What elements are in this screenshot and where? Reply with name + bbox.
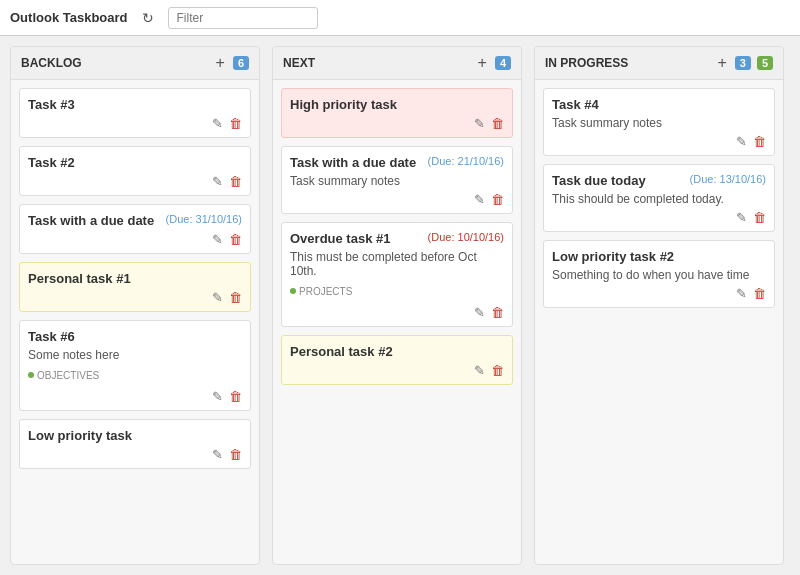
card-notes: Task summary notes [552,116,766,130]
column-title-inprogress: IN PROGRESS [545,56,709,70]
card-due: (Due: 13/10/16) [690,173,766,185]
inprogress-badge2: 5 [757,56,773,70]
card-title-row: Task with a due date(Due: 21/10/16) [290,155,504,170]
card-due: (Due: 31/10/16) [166,213,242,225]
add-card-button-inprogress[interactable]: + [715,55,728,71]
card-title-row: High priority task [290,97,504,112]
card-notes: This must be completed before Oct 10th. [290,250,504,278]
edit-card-button[interactable]: ✎ [474,192,485,207]
delete-card-button[interactable]: 🗑 [229,174,242,189]
card-notes: This should be completed today. [552,192,766,206]
card-actions: ✎🗑 [552,286,766,301]
add-card-button-backlog[interactable]: + [214,55,227,71]
edit-card-button[interactable]: ✎ [474,363,485,378]
delete-card-button[interactable]: 🗑 [753,210,766,225]
card-title: Task with a due date [28,213,154,228]
filter-input[interactable] [168,7,318,29]
delete-card-button[interactable]: 🗑 [753,134,766,149]
edit-card-button[interactable]: ✎ [212,290,223,305]
tag-dot-icon [28,372,34,378]
delete-card-button[interactable]: 🗑 [491,192,504,207]
card-personal2: Personal task #2✎🗑 [281,335,513,385]
edit-card-button[interactable]: ✎ [736,134,747,149]
card-task6: Task #6Some notes hereOBJECTIVES✎🗑 [19,320,251,411]
edit-card-button[interactable]: ✎ [212,232,223,247]
tag-dot-icon [290,288,296,294]
card-title-row: Task #6 [28,329,242,344]
delete-card-button[interactable]: 🗑 [753,286,766,301]
delete-card-button[interactable]: 🗑 [491,363,504,378]
card-notes: Task summary notes [290,174,504,188]
edit-card-button[interactable]: ✎ [474,116,485,131]
inprogress-badge1: 3 [735,56,751,70]
card-actions: ✎🗑 [28,116,242,131]
card-actions: ✎🗑 [290,192,504,207]
delete-card-button[interactable]: 🗑 [491,305,504,320]
card-title-row: Task #2 [28,155,242,170]
delete-card-button[interactable]: 🗑 [491,116,504,131]
delete-card-button[interactable]: 🗑 [229,389,242,404]
card-title: Personal task #1 [28,271,131,286]
card-title: Personal task #2 [290,344,393,359]
edit-card-button[interactable]: ✎ [474,305,485,320]
card-task-due: Task with a due date(Due: 21/10/16)Task … [281,146,513,214]
column-body-inprogress: Task #4Task summary notes✎🗑Task due toda… [535,80,783,564]
card-low-priority: Low priority task✎🗑 [19,419,251,469]
badge-next: 4 [495,56,511,70]
card-task-due-date: Task with a due date(Due: 31/10/16)✎🗑 [19,204,251,254]
card-title-row: Task #3 [28,97,242,112]
delete-card-button[interactable]: 🗑 [229,290,242,305]
app-title: Outlook Taskboard [10,10,128,25]
edit-card-button[interactable]: ✎ [212,447,223,462]
card-title: Task #4 [552,97,599,112]
edit-card-button[interactable]: ✎ [212,389,223,404]
edit-card-button[interactable]: ✎ [212,174,223,189]
card-actions: ✎🗑 [290,116,504,131]
card-due: (Due: 21/10/16) [428,155,504,167]
card-title: Overdue task #1 [290,231,390,246]
card-actions: ✎🗑 [552,134,766,149]
card-actions: ✎🗑 [552,210,766,225]
card-title: Low priority task [28,428,132,443]
card-title: Task #3 [28,97,75,112]
card-task3: Task #3✎🗑 [19,88,251,138]
refresh-button[interactable]: ↻ [138,8,158,28]
card-actions: ✎🗑 [28,290,242,305]
column-header-next: NEXT+4 [273,47,521,80]
edit-card-button[interactable]: ✎ [212,116,223,131]
card-actions: ✎🗑 [28,447,242,462]
add-card-button-next[interactable]: + [476,55,489,71]
card-overdue1: Overdue task #1(Due: 10/10/16)This must … [281,222,513,327]
card-title-row: Overdue task #1(Due: 10/10/16) [290,231,504,246]
card-actions: ✎🗑 [28,389,242,404]
column-body-backlog: Task #3✎🗑Task #2✎🗑Task with a due date(D… [11,80,259,564]
card-title: Task with a due date [290,155,416,170]
card-title-row: Personal task #2 [290,344,504,359]
delete-card-button[interactable]: 🗑 [229,232,242,247]
column-inprogress: IN PROGRESS+35Task #4Task summary notes✎… [534,46,784,565]
app-header: Outlook Taskboard ↻ [0,0,800,36]
card-title-row: Task due today(Due: 13/10/16) [552,173,766,188]
edit-card-button[interactable]: ✎ [736,286,747,301]
card-high-priority: High priority task✎🗑 [281,88,513,138]
card-notes: Something to do when you have time [552,268,766,282]
badge-backlog: 6 [233,56,249,70]
card-title-row: Low priority task [28,428,242,443]
card-title: Low priority task #2 [552,249,674,264]
column-backlog: BACKLOG+6Task #3✎🗑Task #2✎🗑Task with a d… [10,46,260,565]
card-title-row: Task #4 [552,97,766,112]
card-task2: Task #2✎🗑 [19,146,251,196]
card-title: High priority task [290,97,397,112]
card-actions: ✎🗑 [290,363,504,378]
column-header-inprogress: IN PROGRESS+35 [535,47,783,80]
delete-card-button[interactable]: 🗑 [229,447,242,462]
edit-card-button[interactable]: ✎ [736,210,747,225]
delete-card-button[interactable]: 🗑 [229,116,242,131]
column-header-backlog: BACKLOG+6 [11,47,259,80]
tag-label: PROJECTS [299,286,352,297]
column-title-backlog: BACKLOG [21,56,208,70]
card-low-priority2: Low priority task #2Something to do when… [543,240,775,308]
card-notes: Some notes here [28,348,242,362]
card-title: Task #2 [28,155,75,170]
card-title: Task #6 [28,329,75,344]
